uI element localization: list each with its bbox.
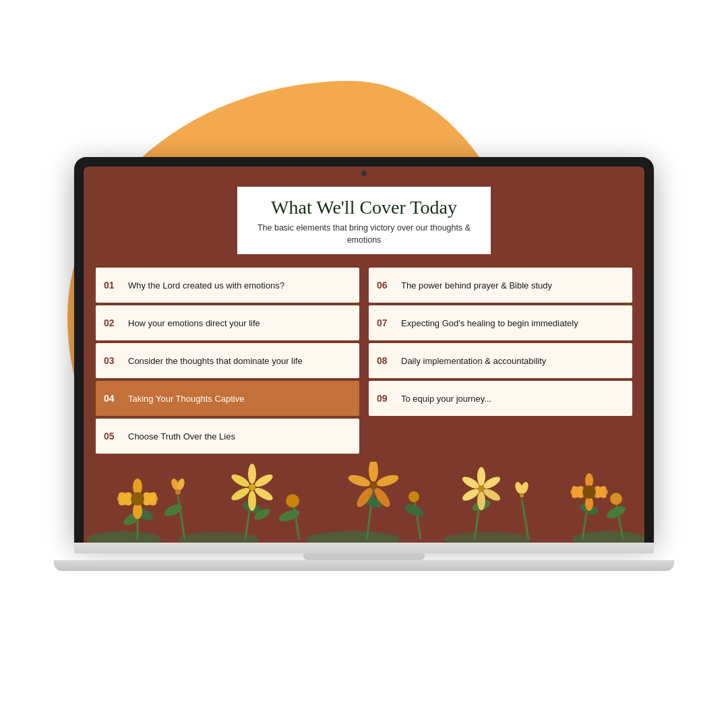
svg-point-32: [131, 492, 144, 506]
svg-point-36: [248, 491, 256, 511]
item-number: 09: [377, 393, 396, 404]
svg-point-69: [286, 494, 299, 508]
item-number: 05: [104, 431, 123, 442]
svg-point-37: [230, 486, 251, 503]
svg-point-70: [610, 493, 622, 505]
item-number: 06: [377, 280, 396, 291]
svg-point-41: [375, 473, 400, 489]
svg-point-39: [249, 484, 255, 491]
item-text: Consider the thoughts that dominate your…: [128, 355, 303, 367]
item-number: 01: [104, 280, 123, 291]
slide-subtitle: The basic elements that bring victory ov…: [251, 222, 477, 246]
list-item: 07 Expecting God's healing to begin imme…: [369, 305, 632, 340]
svg-point-65: [175, 489, 181, 495]
item-text: Expecting God's healing to begin immedia…: [401, 317, 578, 330]
svg-point-38: [230, 473, 251, 489]
svg-point-2: [306, 531, 400, 543]
slide-title: What We'll Cover Today: [251, 196, 477, 219]
item-text: Daily implementation & accountability: [401, 355, 546, 367]
svg-point-49: [477, 491, 485, 510]
svg-point-0: [87, 531, 161, 543]
list-item-active: 04 Taking Your Thoughts Captive: [96, 381, 359, 416]
laptop-base-foot: [54, 560, 674, 571]
list-item: 06 The power behind prayer & Bible study: [369, 268, 632, 303]
item-number: 02: [104, 317, 123, 328]
list-area: 01 Why the Lord created us with emotions…: [84, 268, 644, 456]
laptop-hinge: [303, 553, 425, 560]
scene-container: What We'll Cover Today The basic element…: [74, 157, 654, 572]
svg-point-68: [520, 493, 524, 497]
left-column: 01 Why the Lord created us with emotions…: [96, 268, 359, 456]
svg-point-33: [248, 464, 256, 484]
laptop-screen-shell: What We'll Cover Today The basic element…: [74, 157, 654, 543]
item-text: The power behind prayer & Bible study: [401, 280, 552, 292]
svg-point-45: [369, 481, 377, 489]
item-text: How your emotions direct your life: [128, 317, 260, 330]
item-number: 08: [377, 355, 396, 366]
svg-point-52: [478, 485, 485, 492]
svg-point-71: [408, 491, 419, 502]
item-number: 07: [377, 317, 396, 328]
list-item: 08 Daily implementation & accountability: [369, 343, 632, 378]
laptop-screen: What We'll Cover Today The basic element…: [84, 166, 644, 543]
item-number: 04: [104, 393, 123, 404]
right-column: 06 The power behind prayer & Bible study…: [369, 268, 632, 456]
flowers-svg: [84, 462, 644, 543]
laptop: What We'll Cover Today The basic element…: [74, 157, 654, 572]
list-item: 09 To equip your journey...: [369, 381, 632, 416]
item-text: Why the Lord created us with emotions?: [128, 280, 284, 292]
svg-point-44: [347, 473, 372, 489]
title-box: What We'll Cover Today The basic element…: [236, 185, 492, 256]
list-item: 02 How your emotions direct your life: [96, 305, 359, 340]
svg-line-6: [178, 495, 185, 539]
svg-point-40: [369, 462, 378, 482]
list-item: 03 Consider the thoughts that dominate y…: [96, 343, 359, 378]
item-text: Choose Truth Over the Lies: [128, 431, 235, 443]
svg-point-34: [253, 473, 274, 489]
svg-point-73: [402, 502, 425, 519]
svg-point-35: [253, 486, 274, 503]
svg-point-3: [444, 532, 532, 543]
item-number: 03: [104, 355, 123, 366]
flower-decoration: [84, 462, 644, 543]
svg-point-46: [477, 467, 485, 486]
item-text: Taking Your Thoughts Captive: [128, 393, 245, 405]
laptop-base-top: [74, 543, 654, 553]
list-item: 01 Why the Lord created us with emotions…: [96, 268, 359, 303]
item-text: To equip your journey...: [401, 393, 491, 405]
svg-point-72: [278, 508, 301, 524]
list-item: 05 Choose Truth Over the Lies: [96, 419, 359, 454]
svg-point-62: [582, 485, 596, 499]
camera-notch: [361, 171, 367, 176]
svg-line-12: [522, 499, 528, 539]
